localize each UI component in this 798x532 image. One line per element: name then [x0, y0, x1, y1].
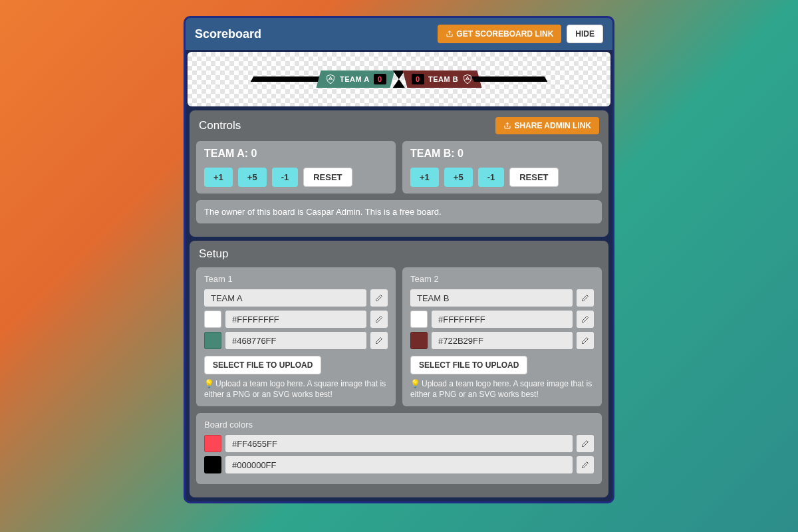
hide-button[interactable]: HIDE	[567, 25, 603, 43]
team-a-plus5-button[interactable]: +5	[238, 168, 267, 187]
wing-right	[471, 76, 547, 82]
team-a-controls: TEAM A: 0 +1 +5 -1 RESET	[196, 141, 396, 194]
team-a-score-header: TEAM A: 0	[204, 148, 388, 160]
team1-name-input[interactable]	[204, 289, 366, 307]
team1-bgcolor-edit-button[interactable]	[370, 332, 388, 349]
team-b-minus1-button[interactable]: -1	[478, 168, 505, 187]
team1-hint: 💡Upload a team logo here. A square image…	[204, 378, 388, 400]
team-b-slab: 0 TEAM B	[402, 70, 481, 88]
team2-textcolor-input[interactable]	[432, 311, 573, 328]
team2-name-edit-button[interactable]	[577, 289, 594, 307]
pencil-icon	[375, 315, 383, 323]
team1-textcolor-input[interactable]	[225, 311, 366, 328]
app-shell: Scoreboard GET SCOREBOARD LINK HIDE TEAM…	[184, 16, 614, 503]
team-b-plus1-button[interactable]: +1	[410, 168, 439, 187]
team1-textcolor-edit-button[interactable]	[370, 311, 388, 328]
pencil-icon	[581, 315, 589, 323]
base-color-input[interactable]	[225, 456, 573, 473]
pencil-icon	[581, 336, 589, 344]
scoreboard-header: Scoreboard GET SCOREBOARD LINK HIDE	[186, 18, 612, 50]
shield-icon	[462, 74, 473, 84]
team2-setup: Team 2 SELECT FILE TO UPLOAD	[402, 267, 602, 406]
team-a-plus1-button[interactable]: +1	[204, 168, 233, 187]
team1-bgcolor-swatch[interactable]	[204, 332, 221, 349]
owner-info: The owner of this board is Caspar Admin.…	[196, 200, 602, 223]
team-a-slab: TEAM A 0	[317, 70, 395, 88]
pencil-icon	[581, 294, 589, 302]
team-b-score-header: TEAM B: 0	[410, 148, 594, 160]
get-scoreboard-link-button[interactable]: GET SCOREBOARD LINK	[438, 25, 561, 43]
bulb-icon: 💡	[410, 379, 420, 388]
team-b-reset-button[interactable]: RESET	[509, 168, 558, 187]
scoreboard-preview: TEAM A 0 0 TEAM B	[188, 52, 610, 106]
accent-color-edit-button[interactable]	[577, 435, 594, 452]
team2-upload-button[interactable]: SELECT FILE TO UPLOAD	[410, 356, 527, 374]
accent-color-swatch[interactable]	[204, 435, 221, 452]
share-icon	[446, 30, 454, 38]
team-a-minus1-button[interactable]: -1	[272, 168, 299, 187]
team2-bgcolor-swatch[interactable]	[410, 332, 428, 349]
team2-hint: 💡Upload a team logo here. A square image…	[410, 378, 594, 400]
accent-color-input[interactable]	[225, 435, 573, 452]
team2-textcolor-swatch[interactable]	[410, 311, 428, 328]
pencil-icon	[581, 440, 589, 448]
team1-upload-button[interactable]: SELECT FILE TO UPLOAD	[204, 356, 321, 374]
controls-title: Controls	[199, 119, 495, 132]
team1-name-edit-button[interactable]	[370, 289, 388, 307]
wing-left	[251, 76, 327, 82]
scorebar: TEAM A 0 0 TEAM B	[252, 70, 545, 88]
team1-bgcolor-input[interactable]	[225, 332, 366, 349]
team-a-score: 0	[374, 74, 386, 84]
team-b-name: TEAM B	[428, 75, 458, 83]
board-colors-card: Board colors	[196, 413, 602, 484]
scoreboard-title: Scoreboard	[195, 27, 438, 41]
share-icon	[503, 122, 511, 130]
team2-name-input[interactable]	[410, 289, 573, 307]
team-a-reset-button[interactable]: RESET	[303, 168, 352, 187]
team1-textcolor-swatch[interactable]	[204, 311, 221, 328]
controls-section: Controls SHARE ADMIN LINK TEAM A: 0 +1 +…	[190, 110, 608, 237]
team-b-plus5-button[interactable]: +5	[444, 168, 473, 187]
team-b-score: 0	[412, 74, 424, 84]
pencil-icon	[581, 461, 589, 469]
team2-textcolor-edit-button[interactable]	[577, 311, 594, 328]
board-colors-label: Board colors	[204, 420, 594, 430]
base-color-edit-button[interactable]	[577, 456, 594, 473]
team-a-name: TEAM A	[340, 75, 370, 83]
team1-setup: Team 1 SELECT FILE TO UP	[196, 267, 396, 406]
share-admin-link-button[interactable]: SHARE ADMIN LINK	[495, 117, 599, 134]
pencil-icon	[375, 336, 383, 344]
team1-label: Team 1	[204, 274, 388, 284]
team2-label: Team 2	[410, 274, 594, 284]
shield-icon	[325, 74, 336, 84]
team2-bgcolor-input[interactable]	[432, 332, 573, 349]
base-color-swatch[interactable]	[204, 456, 221, 473]
setup-title: Setup	[199, 247, 599, 261]
team2-bgcolor-edit-button[interactable]	[577, 332, 594, 349]
team-b-controls: TEAM B: 0 +1 +5 -1 RESET	[402, 141, 602, 194]
setup-section: Setup Team 1	[190, 241, 608, 497]
pencil-icon	[375, 294, 383, 302]
bulb-icon: 💡	[204, 379, 214, 388]
